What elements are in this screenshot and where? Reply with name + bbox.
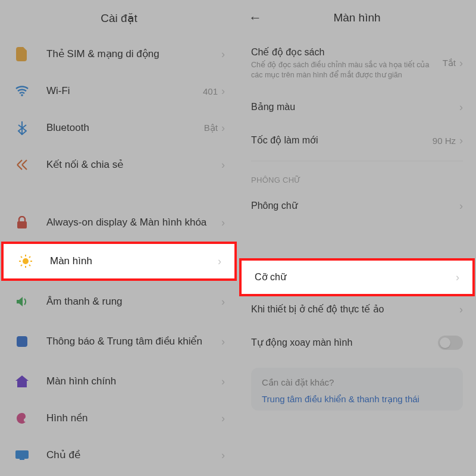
chevron-right-icon: ›: [218, 255, 221, 268]
display-item-vr[interactable]: Khi thiết bị ở chế độ thực tế ảo ›: [238, 293, 476, 326]
highlight-fontsize: Cỡ chữ ›: [239, 258, 475, 296]
row-value: Tắt: [443, 58, 456, 68]
highlight-display: Màn hình ›: [1, 242, 237, 281]
sun-icon: [17, 252, 35, 270]
chevron-right-icon: ›: [459, 101, 463, 114]
svg-point-5: [23, 258, 29, 264]
notification-icon: [13, 333, 31, 350]
chevron-right-icon: ›: [221, 336, 225, 348]
display-pane: ← Màn hình Chế độ đọc sách Chế độ đọc sá…: [238, 0, 476, 476]
settings-item-wallpaper[interactable]: Hình nền ›: [0, 400, 238, 437]
sim-icon: [13, 45, 31, 63]
row-label: Âm thanh & rung: [46, 295, 221, 308]
row-label: Bluetooth: [46, 121, 204, 134]
chevron-right-icon: ›: [221, 217, 225, 229]
row-label: Phông chữ: [251, 200, 459, 212]
more-settings-card: Cần cài đặt khác? Trung tâm điều khiển &…: [251, 368, 463, 411]
settings-item-bluetooth[interactable]: Bluetooth Bật ›: [0, 109, 238, 146]
svg-rect-3: [15, 450, 29, 459]
chevron-right-icon: ›: [221, 412, 225, 425]
svg-line-12: [21, 265, 22, 266]
settings-item-home[interactable]: Màn hình chính ›: [0, 363, 238, 400]
row-label: Màn hình chính: [46, 375, 221, 388]
display-item-fontsize[interactable]: Cỡ chữ ›: [242, 261, 472, 294]
display-item-reading-mode[interactable]: Chế độ đọc sách Chế độ đọc sách điều chỉ…: [238, 36, 476, 90]
row-value: 401: [203, 86, 218, 96]
display-item-color-scheme[interactable]: Bảng màu ›: [238, 90, 476, 124]
bluetooth-icon: [13, 119, 31, 137]
wifi-icon: [13, 82, 31, 100]
display-item-autorotate[interactable]: Tự động xoay màn hình: [238, 326, 476, 359]
row-label: Wi-Fi: [46, 84, 203, 98]
svg-rect-1: [17, 221, 27, 228]
svg-point-0: [21, 94, 23, 96]
reading-mode-title: Chế độ đọc sách: [251, 46, 437, 58]
settings-item-sound[interactable]: Âm thanh & rung ›: [0, 283, 238, 320]
settings-pane: Cài đặt Thẻ SIM & mạng di động › Wi-Fi 4…: [0, 0, 238, 476]
settings-item-aod[interactable]: Always-on display & Màn hình khóa ›: [0, 201, 238, 244]
settings-item-display[interactable]: Màn hình ›: [4, 244, 234, 278]
settings-item-share[interactable]: Kết nối & chia sẻ ›: [0, 146, 238, 183]
row-label: Cỡ chữ: [255, 271, 456, 284]
row-label: Màn hình: [50, 255, 218, 268]
row-label: Khi thiết bị ở chế độ thực tế ảo: [251, 303, 459, 316]
svg-line-11: [29, 265, 30, 266]
chevron-right-icon: ›: [459, 57, 463, 70]
chevron-right-icon: ›: [459, 303, 463, 316]
settings-item-notif[interactable]: Thông báo & Trung tâm điều khiển ›: [0, 320, 238, 363]
chevron-right-icon: ›: [221, 122, 225, 134]
chevron-right-icon: ›: [221, 296, 225, 308]
settings-title: Cài đặt: [101, 11, 137, 25]
lock-icon: [13, 214, 31, 231]
chevron-right-icon: ›: [459, 200, 463, 212]
reading-mode-desc: Chế độ đọc sách điều chỉnh màu sắc và họ…: [251, 60, 437, 80]
back-button[interactable]: ←: [249, 10, 262, 26]
row-label: Always-on display & Màn hình khóa: [46, 216, 221, 229]
svg-rect-4: [20, 459, 24, 460]
autorotate-toggle[interactable]: [438, 336, 463, 350]
row-label: Chủ đề: [46, 449, 221, 462]
row-label: Bảng màu: [251, 101, 459, 114]
home-icon: [13, 372, 31, 390]
row-label: Kết nối & chia sẻ: [46, 158, 221, 171]
display-list: Chế độ đọc sách Chế độ đọc sách điều chỉ…: [238, 36, 476, 411]
settings-header: Cài đặt: [0, 0, 238, 36]
row-value: 90 Hz: [433, 136, 456, 146]
chevron-right-icon: ›: [221, 48, 225, 61]
wallpaper-icon: [13, 409, 31, 427]
chevron-right-icon: ›: [221, 375, 225, 388]
more-settings-question: Cần cài đặt khác?: [262, 377, 452, 388]
row-label: Thẻ SIM & mạng di động: [46, 48, 221, 61]
row-label: Thông báo & Trung tâm điều khiển: [46, 335, 221, 348]
row-value: Bật: [204, 123, 218, 133]
svg-line-13: [29, 256, 30, 258]
theme-icon: [13, 446, 31, 464]
share-icon: [13, 156, 31, 174]
settings-item-wifi[interactable]: Wi-Fi 401 ›: [0, 73, 238, 109]
row-label: Hình nền: [46, 412, 221, 425]
display-item-refresh-rate[interactable]: Tốc độ làm mới 90 Hz ›: [238, 124, 476, 157]
sound-icon: [13, 293, 31, 311]
display-title: Màn hình: [333, 11, 380, 24]
display-header: ← Màn hình: [238, 0, 476, 36]
svg-line-10: [21, 256, 22, 258]
row-label: Tốc độ làm mới: [251, 134, 433, 147]
chevron-right-icon: ›: [221, 449, 225, 462]
chevron-right-icon: ›: [459, 134, 463, 147]
chevron-right-icon: ›: [456, 271, 459, 284]
chevron-right-icon: ›: [221, 159, 225, 171]
more-settings-link[interactable]: Trung tâm điều khiển & thanh trạng thái: [262, 394, 452, 405]
display-item-font[interactable]: Phông chữ ›: [238, 189, 476, 223]
section-font: PHÔNG CHỮ: [238, 165, 476, 189]
settings-item-theme[interactable]: Chủ đề ›: [0, 437, 238, 474]
row-label: Tự động xoay màn hình: [251, 337, 438, 349]
settings-item-sim[interactable]: Thẻ SIM & mạng di động ›: [0, 36, 238, 73]
chevron-right-icon: ›: [221, 85, 225, 98]
svg-rect-2: [17, 336, 27, 347]
